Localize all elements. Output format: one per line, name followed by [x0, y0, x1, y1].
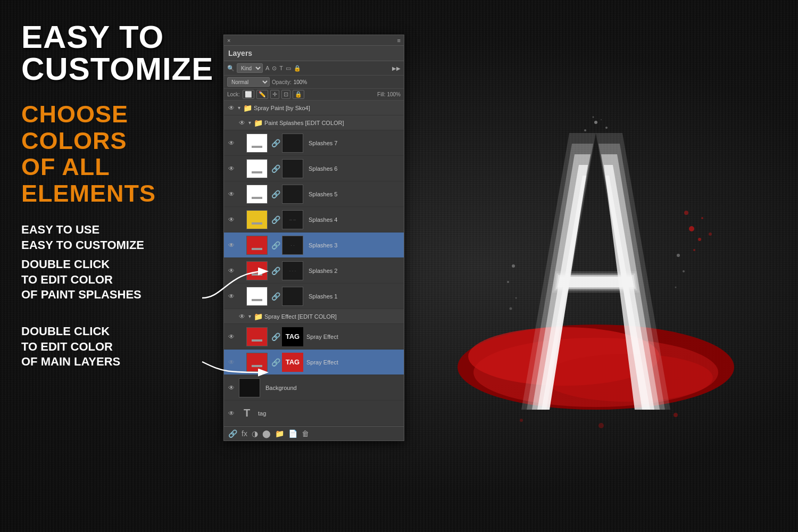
- spray-effect-expand-icon[interactable]: ▾: [248, 313, 251, 319]
- kind-icon-rect[interactable]: ▭: [285, 64, 292, 72]
- choose-line3: OF ALL: [21, 154, 202, 180]
- kind-icons-group: A ⊙ T ▭ 🔒: [265, 64, 302, 72]
- svg-point-36: [698, 238, 701, 241]
- opacity-value: 100%: [294, 79, 307, 85]
- splashes-5-eye[interactable]: 👁: [226, 189, 237, 200]
- splashes-2-eye[interactable]: 👁: [226, 265, 237, 276]
- group-icon[interactable]: 📁: [275, 429, 284, 438]
- splashes-1-eye[interactable]: 👁: [226, 291, 237, 302]
- fx-icon[interactable]: fx: [242, 429, 247, 438]
- background-eye-icon[interactable]: 👁: [226, 383, 237, 393]
- spray-effect-1-row[interactable]: 👁 🔗 TAG Spray Effect: [224, 324, 404, 350]
- svg-point-35: [689, 226, 694, 231]
- splashes-1-row[interactable]: 👁 🔗 Splashes 1: [224, 284, 404, 309]
- paint-splashes-expand-icon[interactable]: ▾: [248, 120, 251, 126]
- svg-rect-3: [252, 171, 262, 173]
- choose-line1: CHOOSE: [21, 101, 202, 128]
- kind-icon-a[interactable]: A: [265, 64, 270, 72]
- new-fill-icon[interactable]: ◑: [252, 429, 258, 438]
- layers-bottom-toolbar: 🔗 fx ◑ ⬤ 📁 📄 🗑: [224, 426, 404, 440]
- splashes-2-thumb: [246, 261, 268, 280]
- splashes-4-row[interactable]: 👁 🔗 – – Splashes 4: [224, 207, 404, 232]
- spray-effect-group[interactable]: 👁 ▾ 📁 Spray Effect [EDIT COLOR]: [224, 309, 404, 324]
- splashes-3-link-icon[interactable]: 🔗: [271, 241, 280, 250]
- svg-rect-15: [252, 339, 262, 342]
- spray-paint-group[interactable]: 👁 ▾ 📁 Spray Paint [by Sko4]: [224, 101, 404, 115]
- tag-text-eye-icon[interactable]: 👁: [226, 408, 237, 419]
- tag-text-layer-name: tag: [258, 410, 402, 417]
- spray-paint-folder-icon: 📁: [243, 104, 252, 112]
- delete-layer-icon[interactable]: 🗑: [302, 429, 309, 438]
- svg-rect-1: [252, 146, 262, 148]
- splashes-2-link-icon[interactable]: 🔗: [271, 267, 280, 275]
- splashes-5-link-icon[interactable]: 🔗: [271, 190, 280, 198]
- collapse-btn[interactable]: ▶▶: [392, 65, 401, 71]
- panel-menu-btn[interactable]: ≡: [397, 37, 401, 44]
- tag-text-layer-row[interactable]: 👁 T tag: [224, 401, 404, 426]
- splashes-5-name: Splashes 5: [309, 191, 402, 197]
- new-layer-icon[interactable]: 📄: [288, 429, 297, 438]
- svg-point-42: [520, 419, 523, 422]
- svg-point-37: [684, 211, 688, 215]
- spray-effect-2-row[interactable]: 👁 🔗 TAG Spray Effect: [224, 350, 404, 375]
- svg-point-29: [507, 281, 509, 283]
- kind-select[interactable]: Kind: [237, 63, 263, 73]
- splashes-4-thumb: [246, 210, 268, 229]
- spray-effect-2-thumb: [246, 353, 268, 372]
- dc1-line2: TO EDIT COLOR: [21, 272, 202, 288]
- svg-point-28: [512, 264, 515, 268]
- splashes-4-link-icon[interactable]: 🔗: [271, 215, 280, 224]
- lock-all-icon[interactable]: ⊡: [281, 90, 290, 99]
- kind-icon-lock[interactable]: 🔒: [293, 64, 302, 72]
- splashes-4-eye[interactable]: 👁: [226, 214, 237, 225]
- kind-icon-circle[interactable]: ⊙: [271, 64, 277, 72]
- kind-icon-t[interactable]: T: [279, 64, 284, 72]
- paint-splashes-group-name: Paint Splashes [EDIT COLOR]: [264, 120, 402, 126]
- lock-position-icon[interactable]: ✏️: [256, 90, 268, 99]
- splashes-1-thumb: [246, 287, 268, 306]
- lock-move-icon[interactable]: ✛: [270, 90, 279, 99]
- mask-icon[interactable]: ⬤: [262, 429, 271, 438]
- easy-use-text: EASY TO USE EASY TO CUSTOMIZE: [21, 222, 202, 253]
- spray-paint-eye-icon[interactable]: 👁: [226, 103, 237, 113]
- splashes-2-row[interactable]: 👁 🔗 · · · Splashes 2: [224, 258, 404, 284]
- blend-mode-select[interactable]: Normal: [227, 77, 270, 87]
- splashes-1-link-icon[interactable]: 🔗: [271, 292, 280, 301]
- splashes-7-link-icon[interactable]: 🔗: [271, 139, 280, 147]
- spray-effect-eye-icon[interactable]: 👁: [237, 311, 247, 322]
- splashes-7-row[interactable]: 👁 🔗 Splashes 7: [224, 130, 404, 156]
- svg-point-33: [683, 270, 685, 272]
- spray-paint-expand-icon[interactable]: ▾: [238, 105, 240, 111]
- splashes-6-row[interactable]: 👁 🔗 Splashes 6: [224, 156, 404, 181]
- splashes-3-eye[interactable]: 👁: [226, 240, 237, 251]
- lock-lock-icon[interactable]: 🔒: [293, 90, 304, 99]
- dc1-line3: OF PAINT SPLASHES: [21, 287, 202, 303]
- lock-label: Lock:: [227, 92, 240, 97]
- splashes-6-eye[interactable]: 👁: [226, 163, 237, 174]
- spray-effect-2-link-icon[interactable]: 🔗: [271, 358, 280, 367]
- spray-effect-1-eye[interactable]: 👁: [226, 331, 237, 342]
- splashes-6-link-icon[interactable]: 🔗: [271, 164, 280, 173]
- paint-splashes-group[interactable]: 👁 ▾ 📁 Paint Splashes [EDIT COLOR]: [224, 115, 404, 130]
- paint-splashes-eye-icon[interactable]: 👁: [237, 118, 247, 128]
- splashes-3-row[interactable]: 👁 🔗 · · Splashes 3: [224, 232, 404, 258]
- splashes-7-eye[interactable]: 👁: [226, 138, 237, 148]
- svg-rect-11: [252, 273, 262, 276]
- panel-close-btn[interactable]: ×: [227, 37, 230, 44]
- splashes-7-thumb: [246, 134, 268, 153]
- svg-rect-18: [415, 27, 777, 495]
- layers-panel: × ≡ Layers 🔍 Kind A ⊙ T ▭ 🔒 ▶▶ Normal Op…: [223, 35, 404, 441]
- lock-pixels-icon[interactable]: ⬜: [243, 90, 254, 99]
- spray-effect-2-eye[interactable]: 👁: [226, 357, 237, 368]
- svg-rect-7: [252, 222, 262, 225]
- splashes-4-thumb2: – –: [282, 210, 303, 229]
- background-layer-row[interactable]: 👁 Background: [224, 375, 404, 401]
- link-chain-icon[interactable]: 🔗: [228, 429, 237, 438]
- spray-a-svg: [415, 27, 777, 495]
- splashes-5-row[interactable]: 👁 🔗 Splashes 5: [224, 181, 404, 207]
- splashes-2-thumb2: · · ·: [282, 261, 303, 280]
- spray-effect-1-link-icon[interactable]: 🔗: [271, 332, 280, 341]
- spray-effect-group-name: Spray Effect [EDIT COLOR]: [264, 313, 402, 320]
- svg-point-23: [594, 121, 597, 124]
- layers-list: 👁 ▾ 📁 Spray Paint [by Sko4] 👁 ▾ 📁 Paint …: [224, 101, 404, 426]
